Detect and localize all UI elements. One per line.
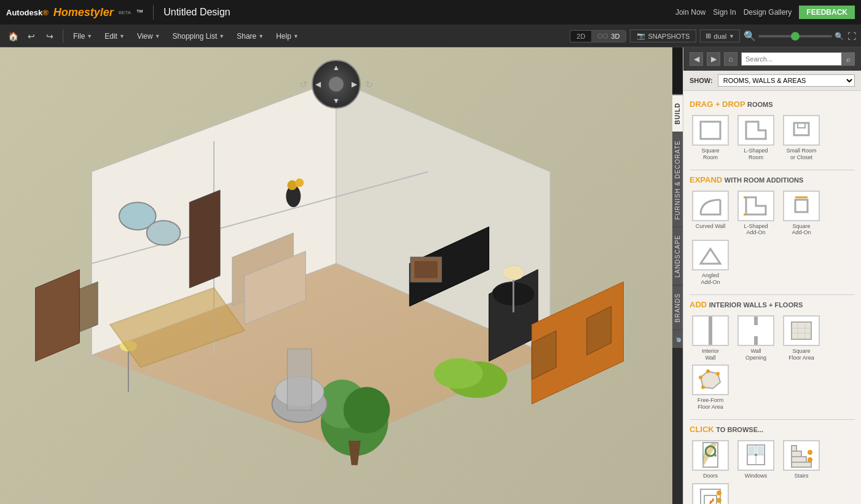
design-gallery-link[interactable]: Design Gallery xyxy=(744,8,792,17)
l-shaped-addon-item[interactable]: L-ShapedAdd-On xyxy=(735,191,777,237)
show-select[interactable]: ROOMS, WALLS & AREAS xyxy=(718,74,855,87)
brands-tab[interactable]: BRANDS xyxy=(672,285,683,330)
undo-button[interactable]: ↩ xyxy=(23,28,39,44)
drag-drop-title: DRAG + DROP ROOMS xyxy=(690,100,855,109)
svg-marker-23 xyxy=(287,349,312,410)
square-room-item[interactable]: SquareRoom xyxy=(690,115,731,161)
svg-point-31 xyxy=(503,266,525,280)
nav-left-arrow[interactable]: ◀ xyxy=(315,80,321,89)
help-dropdown-arrow: ▼ xyxy=(293,33,299,39)
svg-rect-45 xyxy=(795,200,808,212)
snapshots-button[interactable]: 📷 SNAPSHOTS xyxy=(630,30,696,42)
nav-up-arrow[interactable]: ▲ xyxy=(332,63,340,72)
svg-point-75 xyxy=(808,457,812,462)
toolbar: 🏠 ↩ ↪ File ▼ Edit ▼ View ▼ Shopping List… xyxy=(0,25,861,47)
join-now-link[interactable]: Join Now xyxy=(675,8,706,17)
home-button[interactable]: 🏠 xyxy=(5,28,21,44)
stairs-icon xyxy=(783,440,820,471)
nav-right-arrow[interactable]: ▶ xyxy=(352,80,357,89)
doors-item[interactable]: Doors xyxy=(690,440,731,479)
angled-addon-icon xyxy=(692,240,729,270)
additions-grid: Curved Wall L-ShapedAdd-On xyxy=(690,191,855,286)
square-addon-item[interactable]: SquareAdd-On xyxy=(780,191,822,237)
sign-in-link[interactable]: Sign In xyxy=(713,8,736,17)
stairs-item[interactable]: Stairs xyxy=(780,440,822,479)
fullscreen-button[interactable]: ⛶ xyxy=(847,31,856,41)
divider-1 xyxy=(690,170,855,170)
square-floor-label: SquareFloor Area xyxy=(788,348,814,361)
autodesk-dot: ® xyxy=(42,8,49,17)
nav-down-arrow[interactable]: ▼ xyxy=(332,96,340,105)
view-dropdown-arrow: ▼ xyxy=(155,33,160,39)
nav-ring[interactable]: ▲ ▼ ◀ ▶ xyxy=(312,60,361,109)
autodesk-brand: Autodesk® xyxy=(6,8,49,17)
share-menu[interactable]: Share ▼ xyxy=(232,30,269,43)
svg-point-74 xyxy=(808,450,812,455)
svg-rect-9 xyxy=(147,221,181,245)
canvas-area[interactable]: ↺ ▲ ▼ ◀ ▶ ↻ xyxy=(0,47,672,504)
header-divider xyxy=(153,5,154,20)
edit-menu[interactable]: Edit ▼ xyxy=(100,30,130,43)
svg-rect-67 xyxy=(749,446,755,454)
l-shaped-room-icon xyxy=(737,115,774,146)
curved-wall-icon xyxy=(692,191,729,221)
landscape-tab[interactable]: LANDSCAPE xyxy=(672,227,683,285)
panel-content: DRAG + DROP ROOMS SquareRoom xyxy=(683,91,861,504)
walls-floors-grid: InteriorWall WallOpening xyxy=(690,315,855,411)
svg-marker-37 xyxy=(36,270,80,361)
panel-search-button[interactable]: ⌕ xyxy=(841,52,855,66)
svg-point-79 xyxy=(717,498,721,503)
zoom-in-button[interactable]: 🔍 xyxy=(835,32,844,41)
panel-home-button[interactable]: ⌂ xyxy=(724,52,737,66)
nav-center[interactable] xyxy=(329,77,344,92)
panel-search-input[interactable] xyxy=(741,52,855,66)
wall-opening-item[interactable]: WallOpening xyxy=(735,315,777,361)
panel-back-button[interactable]: ◀ xyxy=(690,52,703,66)
svg-rect-71 xyxy=(792,457,806,462)
shopping-list-menu[interactable]: Shopping List ▼ xyxy=(168,30,230,43)
panel-forward-button[interactable]: ▶ xyxy=(707,52,720,66)
zoom-control: 🔍 🔍 xyxy=(744,30,844,42)
rotate-left-button[interactable]: ↺ xyxy=(299,79,307,90)
build-tab[interactable]: BUILD xyxy=(672,95,683,132)
angled-addon-item[interactable]: AngledAdd-On xyxy=(690,240,731,286)
feedback-button[interactable]: FEEDBACK xyxy=(799,6,855,19)
furnish-decorate-tab[interactable]: FURNISH & DECORATE xyxy=(672,132,683,227)
freeform-floor-item[interactable]: Free-FormFloor Area xyxy=(690,364,731,411)
small-room-icon xyxy=(783,115,820,146)
search-tab[interactable]: 🔍 xyxy=(672,329,683,348)
top-bar-left: Autodesk® Homestyler BETA ™ Untitled Des… xyxy=(6,5,230,20)
windows-icon xyxy=(737,440,774,471)
square-floor-item[interactable]: SquareFloor Area xyxy=(780,315,822,361)
right-panel: ◀ ▶ ⌂ ⌕ SHOW: ROOMS, WALLS & AREAS D xyxy=(683,47,861,504)
zoom-slider[interactable] xyxy=(758,35,832,37)
help-menu[interactable]: Help ▼ xyxy=(271,30,304,43)
rotate-right-button[interactable]: ↻ xyxy=(365,79,373,90)
curved-wall-item[interactable]: Curved Wall xyxy=(690,191,731,237)
svg-rect-29 xyxy=(414,261,438,278)
l-shaped-room-item[interactable]: L-ShapedRoom xyxy=(735,115,777,161)
windows-item[interactable]: Windows xyxy=(735,440,777,479)
view-2d-button[interactable]: 2D xyxy=(570,31,591,42)
redo-button[interactable]: ↪ xyxy=(42,28,58,44)
top-bar: Autodesk® Homestyler BETA ™ Untitled Des… xyxy=(0,0,861,25)
angled-addon-label: AngledAdd-On xyxy=(701,272,720,286)
svg-marker-11 xyxy=(189,190,220,288)
interior-wall-item[interactable]: InteriorWall xyxy=(690,315,731,361)
windows-label: Windows xyxy=(745,473,768,479)
small-room-item[interactable]: Small Roomor Closet xyxy=(780,115,822,161)
beta-badge: BETA xyxy=(119,10,131,15)
fireplaces-item[interactable]: Fireplaces xyxy=(690,483,731,504)
curved-wall-label: Curved Wall xyxy=(696,223,726,230)
l-shaped-addon-icon xyxy=(737,191,774,221)
rooms-grid: SquareRoom L-ShapedRoom xyxy=(690,115,855,161)
zoom-out-button[interactable]: 🔍 xyxy=(744,30,756,42)
browse-title: CLICK TO BROWSE... xyxy=(690,425,855,434)
file-menu[interactable]: File ▼ xyxy=(68,30,97,43)
view-menu[interactable]: View ▼ xyxy=(132,30,165,43)
dual-button[interactable]: ⊞ dual ▼ xyxy=(700,30,740,42)
svg-rect-73 xyxy=(792,446,796,451)
navigation-controller[interactable]: ↺ ▲ ▼ ◀ ▶ ↻ xyxy=(312,60,361,109)
main-area: ↺ ▲ ▼ ◀ ▶ ↻ xyxy=(0,47,861,504)
view-3d-button[interactable]: ⬡⬡ 3D xyxy=(591,31,626,42)
